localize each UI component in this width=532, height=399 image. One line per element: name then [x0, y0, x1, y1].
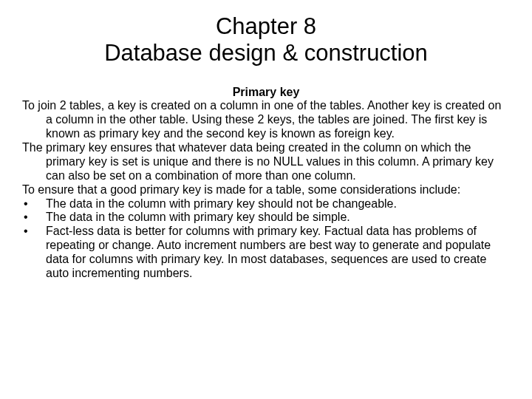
list-item-text: The data in the column with primary key …: [46, 211, 510, 225]
paragraph: The primary key ensures that whatever da…: [22, 141, 510, 183]
list-item: • Fact-less data is better for columns w…: [22, 225, 510, 281]
list-item: • The data in the column with primary ke…: [22, 211, 510, 225]
paragraph: To join 2 tables, a key is created on a …: [22, 99, 510, 141]
list-item-text: The data in the column with primary key …: [46, 197, 510, 211]
title-line-1: Chapter 8: [66, 13, 466, 40]
bullet-icon: •: [22, 197, 46, 211]
title-line-2: Database design & construction: [66, 40, 466, 66]
section-heading: Primary key: [22, 85, 510, 99]
slide-title: Chapter 8 Database design & construction: [66, 13, 466, 66]
list-item-text: Fact-less data is better for columns wit…: [46, 225, 510, 281]
slide: Chapter 8 Database design & construction…: [0, 0, 532, 399]
body-text: To join 2 tables, a key is created on a …: [22, 99, 510, 280]
list-item: • The data in the column with primary ke…: [22, 197, 510, 211]
bullet-icon: •: [22, 211, 46, 225]
bullet-icon: •: [22, 225, 46, 239]
paragraph: To ensure that a good primary key is mad…: [22, 183, 510, 197]
